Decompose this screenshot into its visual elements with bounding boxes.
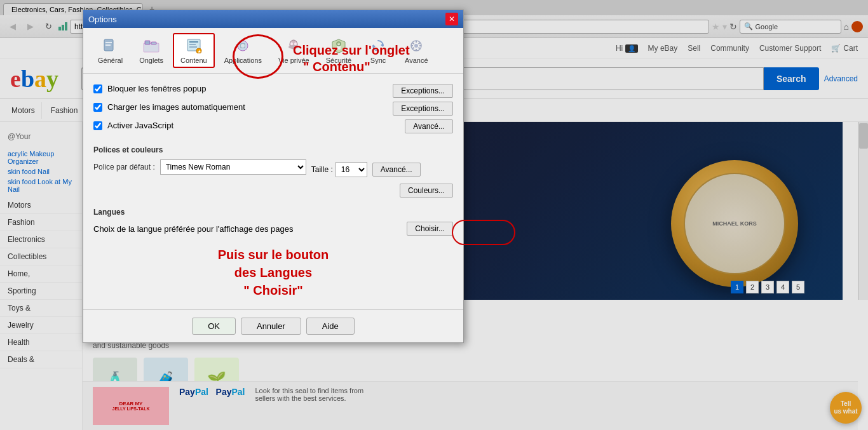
fonts-avance-btn[interactable]: Avancé...: [372, 163, 421, 177]
svg-point-14: [241, 44, 245, 48]
js-avance-btn[interactable]: Avancé...: [405, 119, 453, 133]
js-checkbox-row: Activer JavaScript: [93, 121, 388, 130]
size-row: Taille : 16: [311, 162, 367, 177]
toolbar-avance[interactable]: Avancé: [398, 34, 435, 67]
toolbar-onglets[interactable]: Onglets: [132, 34, 170, 67]
svg-rect-4: [145, 41, 150, 44]
toolbar-sync[interactable]: Sync: [361, 34, 395, 67]
langues-section: Langues Choix de la langue préférée pour…: [93, 208, 453, 236]
svg-point-16: [290, 43, 293, 46]
langues-row: Choix de la langue préférée pour l'affic…: [93, 222, 453, 236]
font-row: Police par défaut : Times New Roman: [93, 159, 306, 175]
popup-checkbox-row: Bloquer les fenêtres popup: [93, 84, 388, 93]
svg-rect-1: [105, 42, 112, 43]
toolbar-vie-privee[interactable]: Vie privée: [271, 34, 316, 67]
js-checkbox[interactable]: [93, 121, 102, 130]
images-checkbox-row: Charger les images automatiquement: [93, 102, 388, 112]
applications-icon: [233, 37, 253, 55]
onglets-icon: [141, 37, 161, 55]
couleurs-btn[interactable]: Couleurs...: [400, 184, 453, 198]
svg-rect-8: [189, 44, 196, 45]
images-label: Charger les images automatiquement: [107, 102, 245, 112]
svg-point-24: [414, 44, 418, 48]
vie-privee-icon: [283, 37, 304, 55]
svg-point-17: [294, 43, 297, 46]
popup-exception-btn[interactable]: Exceptions...: [393, 84, 453, 98]
checkbox-group: Bloquer les fenêtres popup Charger les i…: [93, 84, 388, 135]
dialog-titlebar: Options ✕: [83, 10, 463, 28]
langues-description: Choix de la langue préférée pour l'affic…: [93, 224, 293, 234]
fonts-section: Polices et couleurs Police par défaut : …: [93, 145, 453, 198]
choisir-btn[interactable]: Choisir...: [407, 222, 453, 236]
annuler-btn[interactable]: Annuler: [241, 318, 301, 335]
size-label: Taille :: [311, 165, 333, 174]
svg-line-32: [413, 48, 414, 49]
svg-point-18: [288, 45, 299, 49]
langues-title: Langues: [93, 208, 453, 217]
avance-icon: [406, 37, 426, 55]
svg-rect-5: [151, 42, 156, 44]
js-label: Activer JavaScript: [107, 121, 173, 130]
dialog-toolbar: Général Onglets ★ Contenu Applications: [83, 28, 463, 74]
contenu-icon: ★: [184, 37, 204, 55]
svg-rect-9: [189, 46, 197, 48]
dialog-footer: OK Annuler Aide: [83, 309, 463, 342]
dialog-close-btn[interactable]: ✕: [445, 13, 458, 25]
popup-label: Bloquer les fenêtres popup: [107, 84, 206, 93]
toolbar-contenu[interactable]: ★ Contenu: [173, 33, 215, 68]
aide-btn[interactable]: Aide: [306, 318, 355, 335]
checkboxes-area: Bloquer les fenêtres popup Charger les i…: [93, 84, 453, 135]
popup-checkbox[interactable]: [93, 84, 102, 93]
svg-rect-2: [105, 44, 111, 46]
toolbar-securite[interactable]: Sécurité: [319, 34, 358, 67]
size-select[interactable]: 16: [336, 162, 367, 177]
font-select[interactable]: Times New Roman: [160, 159, 306, 175]
dialog-body: Bloquer les fenêtres popup Charger les i…: [83, 74, 463, 309]
svg-line-30: [419, 48, 420, 49]
svg-line-31: [419, 43, 420, 44]
dialog-title: Options: [88, 15, 117, 24]
annotation-2: Puis sur le bouton des Langues " Choisir…: [93, 246, 453, 299]
svg-marker-22: [373, 44, 376, 48]
general-icon: [100, 37, 121, 55]
ok-btn[interactable]: OK: [192, 318, 236, 335]
toolbar-general[interactable]: Général: [91, 34, 130, 67]
exceptions-column: Exceptions... Exceptions... Avancé...: [393, 84, 453, 135]
images-exception-btn[interactable]: Exceptions...: [393, 102, 453, 116]
svg-line-29: [413, 43, 414, 44]
svg-rect-7: [189, 41, 198, 43]
sync-icon: [368, 37, 388, 55]
font-default-label: Police par défaut :: [93, 163, 155, 171]
toolbar-applications[interactable]: Applications: [217, 34, 269, 67]
options-dialog: Options ✕ Général Onglets ★ Conte: [83, 10, 464, 343]
svg-marker-21: [381, 43, 383, 47]
images-checkbox[interactable]: [93, 103, 102, 112]
securite-icon: [329, 37, 349, 55]
fonts-section-title: Polices et couleurs: [93, 145, 453, 154]
